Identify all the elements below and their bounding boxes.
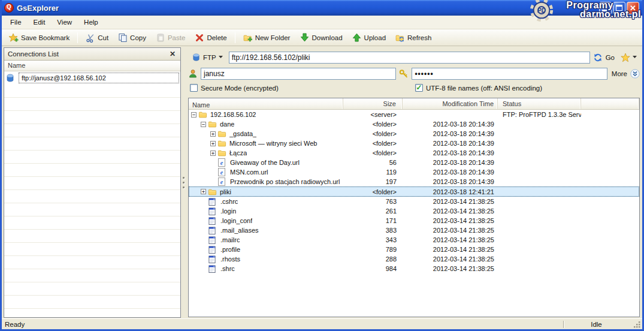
tree-expander[interactable]: − [201, 122, 206, 127]
go-button[interactable]: Go [606, 54, 615, 61]
file-row[interactable]: ePrzewodnik po stacjach radiowych.url197… [189, 177, 639, 186]
new-folder-icon [243, 33, 253, 43]
splitter-grip[interactable] [183, 177, 185, 188]
column-header-size[interactable]: Size [343, 98, 403, 109]
file-size: 119 [343, 168, 403, 176]
file-row[interactable]: .mail_aliases3832012-03-14 21:38:25 [189, 225, 639, 235]
toolbar-button-delete[interactable]: Delete [190, 31, 231, 44]
file-name: .rhosts [220, 255, 240, 263]
folder-icon [217, 149, 227, 157]
go-refresh-icon[interactable] [593, 53, 603, 62]
toolbar-button-cut[interactable]: Cut [81, 31, 113, 44]
file-mtime: 2012-03-18 12:41:21 [403, 188, 498, 195]
empty-list-row [4, 151, 180, 164]
utf8-option[interactable]: ✓ UTF-8 file names (off: ANSI encoding) [415, 84, 542, 92]
svg-text:e: e [220, 179, 223, 185]
connections-panel-title: Connections List [8, 50, 59, 58]
empty-list-row [4, 256, 180, 269]
toolbar-button-label: Paste [168, 34, 185, 41]
menu-item-edit[interactable]: Edit [28, 17, 52, 28]
empty-list-row [4, 177, 180, 190]
file-row[interactable]: .cshrc7632012-03-14 21:38:25 [189, 197, 639, 206]
file-row[interactable]: .rhosts2882012-03-14 21:38:25 [189, 254, 639, 264]
file-name: 192.168.56.102 [210, 111, 256, 118]
file-size: 288 [343, 255, 403, 263]
secure-mode-option[interactable]: Secure Mode (encrypted) [190, 84, 279, 92]
file-row[interactable]: −192.168.56.102<server>FTP: ProFTPD 1.3.… [189, 110, 639, 119]
connection-item[interactable]: ftp://janusz@192.168.56.102 [4, 71, 180, 85]
tree-expander[interactable]: + [201, 189, 206, 194]
file-size: 383 [343, 227, 403, 234]
file-size: 789 [343, 246, 403, 253]
toolbar-button-label: New Folder [255, 34, 291, 41]
more-button[interactable]: More [612, 70, 627, 77]
maximize-button[interactable] [613, 2, 625, 14]
file-row[interactable]: eGiveaway of the Day.url562012-03-18 20:… [189, 158, 639, 167]
panel-close-icon[interactable]: ✕ [168, 50, 177, 58]
tree-expander[interactable]: − [191, 112, 196, 118]
empty-list-row [4, 230, 180, 243]
file-row[interactable]: +Microsoft — witryny sieci Web<folder>20… [189, 139, 639, 148]
app-icon [4, 3, 14, 13]
file-row[interactable]: +_gsdata_<folder>2012-03-18 20:14:39 [189, 129, 639, 139]
refresh-icon [395, 33, 405, 43]
toolbar-separator [235, 32, 235, 43]
file-row[interactable]: −dane<folder>2012-03-18 20:14:39 [189, 119, 639, 129]
favorites-dropdown[interactable] [618, 51, 640, 64]
file-name: .mail_aliases [220, 227, 259, 234]
file-row[interactable]: .shrc9842012-03-14 21:38:25 [189, 264, 639, 273]
file-mtime: 2012-03-14 21:38:25 [403, 207, 498, 215]
tree-expander[interactable]: + [210, 131, 216, 137]
connections-column-header[interactable]: Name [4, 61, 180, 71]
url-input[interactable] [229, 52, 590, 64]
connection-label[interactable]: ftp://janusz@192.168.56.102 [19, 73, 179, 83]
username-input[interactable] [201, 68, 396, 80]
column-header-status[interactable]: Status [498, 98, 581, 109]
file-row[interactable]: .login_conf1712012-03-14 21:38:25 [189, 216, 639, 225]
password-input[interactable] [412, 68, 607, 80]
menu-item-help[interactable]: Help [78, 17, 104, 28]
tree-expander[interactable]: + [210, 151, 216, 156]
file-mtime: 2012-03-18 20:14:39 [403, 159, 498, 166]
secure-mode-checkbox[interactable] [190, 84, 198, 92]
toolbar-button-download[interactable]: Download [295, 31, 347, 44]
address-row: FTP Go [186, 47, 642, 65]
file-row[interactable]: eMSN.com.url1192012-03-18 20:14:39 [189, 167, 639, 177]
watermark-line2: za [580, 10, 587, 16]
close-button[interactable]: ✕ [627, 2, 639, 14]
status-message: Ready [2, 321, 563, 328]
toolbar-button-refresh[interactable]: Refresh [391, 31, 436, 44]
utf8-checkbox[interactable]: ✓ [415, 84, 423, 92]
file-mtime: 2012-03-14 21:38:25 [403, 217, 498, 224]
file-row[interactable]: .login2612012-03-14 21:38:25 [189, 206, 639, 216]
toolbar-button-upload[interactable]: Upload [347, 31, 391, 44]
file-mtime: 2012-03-14 21:38:25 [403, 265, 498, 272]
minimize-button[interactable] [599, 2, 612, 14]
toolbar-button-new-folder[interactable]: New Folder [238, 31, 295, 44]
column-header-name[interactable]: Name [189, 98, 343, 109]
panel-splitter[interactable] [181, 47, 186, 318]
column-header-mtime[interactable]: Modification Time [403, 98, 498, 109]
file-icon [208, 255, 218, 263]
title-bar[interactable]: GsExplorer ✕ PD Programy za darmo.net.pl [2, 0, 642, 16]
toolbar-button-copy[interactable]: Copy [113, 31, 151, 44]
file-row[interactable]: .profile7892012-03-14 21:38:25 [189, 245, 639, 254]
file-table-body: −192.168.56.102<server>FTP: ProFTPD 1.3.… [189, 110, 639, 317]
app-window: GsExplorer ✕ PD Programy za darmo.net.pl… [0, 0, 644, 331]
file-row[interactable]: .mailrc3432012-03-14 21:38:25 [189, 235, 639, 245]
file-row[interactable]: +pliki<folder>2012-03-18 12:41:21 [189, 186, 639, 197]
more-chevrons-icon[interactable] [630, 69, 640, 79]
toolbar-button-save-bookmark[interactable]: Save Bookmark [4, 31, 74, 44]
protocol-dropdown[interactable]: FTP [188, 51, 226, 64]
menu-item-file[interactable]: File [4, 17, 28, 28]
options-row: Secure Mode (encrypted) ✓ UTF-8 file nam… [186, 82, 642, 97]
connections-panel-header: Connections List ✕ [4, 48, 180, 61]
resize-grip[interactable] [629, 319, 642, 329]
main-area: Connections List ✕ Name ftp://janusz@192… [2, 46, 642, 318]
file-row[interactable]: +Łącza<folder>2012-03-18 20:14:39 [189, 148, 639, 158]
empty-list-row [4, 269, 180, 282]
chevron-down-icon [633, 56, 637, 59]
tree-expander[interactable]: + [210, 141, 216, 146]
file-size: 343 [343, 236, 403, 243]
menu-item-view[interactable]: View [51, 17, 78, 28]
